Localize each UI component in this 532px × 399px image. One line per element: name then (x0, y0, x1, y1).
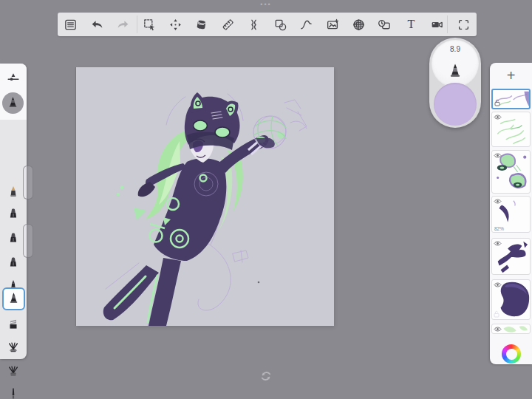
import-image-button[interactable] (319, 13, 345, 36)
toolbar-divider (447, 16, 448, 33)
airbrush-icon (7, 292, 21, 306)
transform-icon (168, 18, 183, 32)
character-artwork (76, 67, 334, 326)
home-indicator[interactable]: ••• (0, 0, 532, 10)
layer-tile-shade-crescent[interactable]: 82% (491, 196, 531, 233)
layer-tile-foliage[interactable] (491, 324, 531, 334)
color-wheel-button[interactable] (502, 344, 521, 364)
color-puck[interactable] (434, 83, 477, 126)
ruler-icon (221, 18, 235, 32)
brush-size-puck[interactable]: 8.9 (432, 40, 479, 87)
menu-button[interactable] (58, 13, 83, 36)
lock-icon (494, 310, 499, 318)
time-lapse-icon (378, 18, 392, 32)
layer-tile-color-spots[interactable] (491, 150, 531, 194)
redo-icon (116, 18, 130, 32)
selection-icon (143, 18, 157, 32)
eye-icon[interactable] (494, 114, 502, 120)
layer-tile-lineart-sketch[interactable] (491, 112, 531, 147)
marker-brush-icon (6, 231, 21, 245)
marker-brush-icon (6, 255, 21, 270)
flat-brush-icon (6, 317, 21, 332)
shapes-icon (273, 18, 287, 32)
add-layer-button[interactable]: + (490, 63, 532, 88)
panel-drag-handle[interactable] (23, 166, 33, 200)
symmetry-icon (247, 18, 261, 32)
fullscreen-button[interactable] (451, 13, 477, 36)
ruler-button[interactable] (215, 13, 241, 36)
marker-brush-icon (6, 206, 21, 221)
airbrush-icon (447, 62, 463, 81)
brush-size-value: 8.9 (432, 45, 479, 53)
lock-icon (494, 99, 500, 106)
layer-tile-pose-silhouette[interactable] (491, 238, 531, 275)
transform-button[interactable] (163, 13, 188, 36)
brush-size-slider-icon (6, 71, 21, 86)
liner-brush-icon (6, 386, 21, 399)
selection-button[interactable] (136, 13, 162, 36)
brush-palette: ★ (0, 64, 27, 359)
brush-item-flat[interactable] (3, 314, 24, 335)
fill-button[interactable] (188, 13, 214, 36)
brush-size-slider[interactable] (3, 68, 24, 89)
eye-icon[interactable] (494, 152, 502, 159)
symmetry-button[interactable] (241, 13, 267, 36)
redo-button[interactable] (110, 13, 136, 36)
time-lapse-button[interactable] (372, 13, 398, 36)
brush-item-fan[interactable] (3, 361, 24, 381)
eye-icon[interactable] (494, 326, 502, 332)
panel-drag-handle[interactable] (23, 224, 33, 258)
layer-opacity-label: 82% (494, 226, 504, 231)
brush-item-airbrush-selected[interactable] (2, 287, 25, 310)
text-tool-icon: T (408, 18, 415, 31)
record-icon (430, 18, 444, 32)
stroke-style-button[interactable] (293, 13, 319, 36)
layer-tile-base-fill[interactable] (491, 279, 531, 320)
pencil-brush-icon (6, 184, 21, 199)
import-image-icon (326, 18, 340, 32)
stroke-style-icon (299, 18, 313, 32)
fan-brush-icon (6, 340, 21, 355)
rotate-canvas-icon[interactable] (260, 370, 272, 382)
brush-item-fan[interactable] (3, 337, 24, 358)
brush-palette-header (0, 64, 27, 120)
fullscreen-icon (457, 18, 471, 32)
brush-item-marker[interactable] (3, 252, 24, 273)
shapes-button[interactable] (267, 13, 293, 36)
layers-panel: + (490, 63, 532, 364)
eye-icon[interactable] (494, 282, 502, 288)
brush-item-pencil[interactable] (3, 181, 24, 202)
fill-bucket-icon (194, 18, 208, 32)
menu-icon (64, 18, 78, 32)
undo-icon (90, 18, 104, 32)
fan-brush-icon (6, 364, 21, 378)
brush-item-marker[interactable] (3, 203, 24, 224)
drawing-canvas[interactable] (76, 67, 334, 326)
undo-button[interactable] (83, 13, 109, 36)
eye-icon[interactable] (494, 240, 502, 247)
airbrush-icon (6, 96, 20, 110)
brush-item-marker[interactable] (3, 228, 24, 248)
text-tool-button[interactable]: T (398, 13, 424, 36)
toolbar-divider (137, 16, 137, 33)
perspective-icon (352, 18, 366, 32)
brush-item-liner[interactable] (3, 383, 24, 399)
perspective-button[interactable] (346, 13, 372, 36)
active-brush-button[interactable] (2, 92, 24, 114)
toolbar: T (58, 13, 477, 36)
brush-color-puck: 8.9 (429, 38, 481, 128)
layer-tile-sketch-top[interactable] (491, 89, 531, 109)
eye-icon[interactable] (494, 198, 502, 205)
